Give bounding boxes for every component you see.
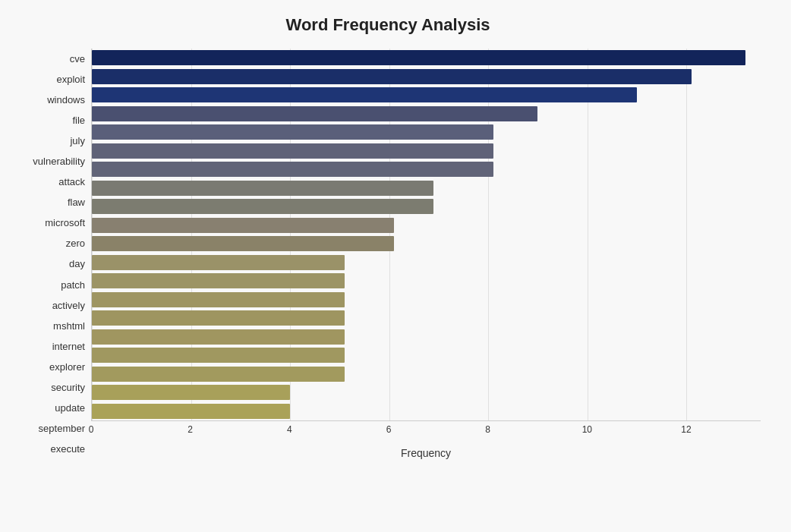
y-label: internet <box>52 336 85 356</box>
bar-row <box>92 253 761 272</box>
bar-row <box>92 309 761 328</box>
y-label: microsoft <box>45 213 85 233</box>
y-axis: cveexploitwindowsfilejulyvulnerabilityat… <box>15 49 91 459</box>
y-label: flaw <box>68 193 85 212</box>
bar <box>92 292 345 307</box>
bars-area <box>91 49 761 421</box>
bar-row <box>92 383 761 402</box>
bar-row <box>92 365 761 384</box>
bar-row <box>92 68 761 87</box>
chart-title: Word Frequency Analysis <box>15 15 761 35</box>
y-label: day <box>69 254 85 274</box>
x-axis: 024681012 <box>91 423 761 444</box>
bar <box>92 199 433 214</box>
bar <box>92 236 394 251</box>
y-label: vulnerability <box>33 152 85 172</box>
bar-row <box>92 402 761 421</box>
bar-row <box>92 197 761 216</box>
bar-row <box>92 291 761 310</box>
y-label: september <box>39 418 85 438</box>
x-tick: 10 <box>582 424 592 435</box>
bar <box>92 218 394 233</box>
bar-row <box>92 142 761 161</box>
bar <box>92 162 493 177</box>
bar <box>92 348 345 363</box>
bars-and-xaxis: 024681012 Frequency <box>91 49 761 459</box>
y-label: mshtml <box>53 316 85 335</box>
bar <box>92 329 345 345</box>
y-label: explorer <box>49 357 85 376</box>
y-label: zero <box>66 234 85 253</box>
x-tick: 0 <box>89 424 94 435</box>
y-label: exploit <box>56 70 85 90</box>
bar <box>92 367 345 382</box>
y-label: july <box>70 131 85 151</box>
y-label: cve <box>70 49 85 69</box>
x-tick: 4 <box>287 424 292 435</box>
y-label: execute <box>50 439 85 458</box>
bar-row <box>92 235 761 253</box>
bar <box>92 385 290 400</box>
bar-row <box>92 123 761 142</box>
bar <box>92 181 433 196</box>
bar-row <box>92 86 761 105</box>
x-tick: 8 <box>485 424 490 435</box>
y-label: patch <box>61 275 85 294</box>
y-label: actively <box>52 295 85 315</box>
bar <box>92 273 345 288</box>
x-axis-label: Frequency <box>91 447 761 459</box>
y-label: attack <box>58 172 85 192</box>
y-label: windows <box>47 90 85 110</box>
x-tick: 12 <box>681 424 691 435</box>
chart-container: Word Frequency Analysis cveexploitwindow… <box>0 0 791 532</box>
bar <box>92 87 637 102</box>
y-label: file <box>72 111 85 131</box>
bar-row <box>92 216 761 235</box>
y-label: security <box>51 377 85 397</box>
bar <box>92 255 345 270</box>
bar <box>92 404 290 419</box>
bar-row <box>92 346 761 365</box>
x-tick: 2 <box>188 424 193 435</box>
bar-row <box>92 160 761 179</box>
bar <box>92 106 537 121</box>
bar <box>92 69 692 84</box>
bar <box>92 124 493 140</box>
y-label: update <box>55 398 85 417</box>
bar <box>92 50 745 65</box>
chart-area: cveexploitwindowsfilejulyvulnerabilityat… <box>15 49 761 459</box>
bar-row <box>92 179 761 198</box>
x-tick: 6 <box>386 424 392 435</box>
bar-row <box>92 328 761 347</box>
bar-row <box>92 272 761 291</box>
bar-row <box>92 105 761 124</box>
bar <box>92 310 345 326</box>
bar-row <box>92 49 761 68</box>
bar <box>92 143 493 159</box>
